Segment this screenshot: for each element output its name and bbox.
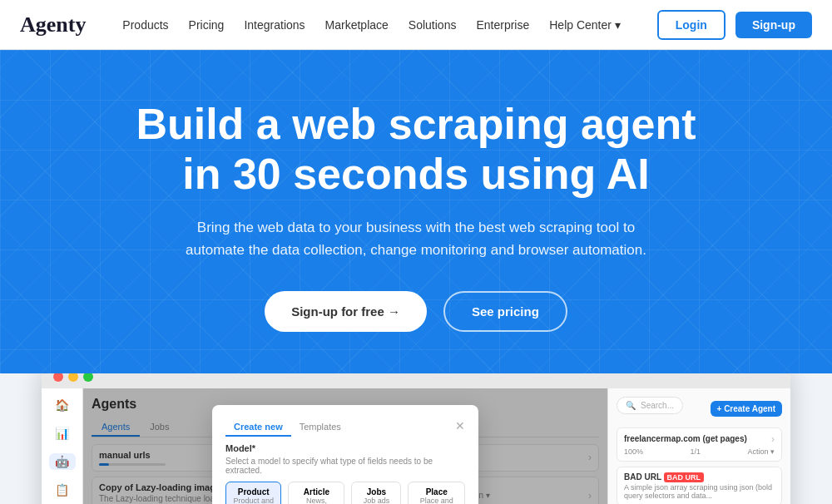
right-search-bar[interactable]: 🔍 Search...	[617, 397, 683, 414]
model-option-article-sub: News, article and blog	[295, 497, 337, 504]
modal-tabs: Create new Templates	[225, 418, 349, 437]
modal-tab-create[interactable]: Create new	[225, 418, 291, 437]
model-option-product-sub: Product and shopping	[233, 497, 274, 504]
right-agent-action[interactable]: Action ▾	[747, 447, 775, 456]
navbar: Agenty Products Pricing Integrations Mar…	[0, 0, 832, 50]
model-option-article-label: Article	[295, 487, 337, 497]
right-agent-title-badurl: BAD URL BAD URL	[624, 472, 704, 482]
hero-subtitle: Bring the web data to your business with…	[175, 216, 657, 261]
sidebar-icon-dashboard[interactable]: 📊	[49, 425, 76, 442]
signup-button[interactable]: Sign-up	[735, 12, 812, 38]
nav-links: Products Pricing Integrations Marketplac…	[122, 18, 620, 32]
right-agent-title-text: BAD URL	[624, 472, 661, 482]
app-preview-section: 🏠 📊 🤖 📋 📈 👤 Agents Agents Jobs	[0, 373, 832, 504]
hero-buttons: Sign-up for free → See pricing	[17, 291, 815, 332]
right-agent-progress: 100%	[624, 447, 643, 456]
sidebar-icon-agents[interactable]: 🤖	[49, 453, 76, 470]
modal-overlay: Create new Templates ✕ Model* Select a m…	[83, 388, 607, 504]
app-content: 🏠 📊 🤖 📋 📈 👤 Agents Agents Jobs	[42, 388, 790, 504]
right-agent-title-freelancer: freelancermap.com (get pages)	[624, 434, 747, 443]
model-options: Product Product and shopping Article New…	[225, 482, 465, 504]
nav-actions: Login Sign-up	[657, 10, 812, 40]
model-option-product-label: Product	[233, 487, 274, 497]
model-option-product[interactable]: Product Product and shopping	[225, 482, 281, 504]
login-button[interactable]: Login	[657, 10, 726, 40]
modal-create-agent: Create new Templates ✕ Model* Select a m…	[212, 405, 478, 504]
search-icon: 🔍	[626, 401, 636, 410]
model-option-jobs-label: Jobs	[359, 487, 394, 497]
nav-enterprise[interactable]: Enterprise	[476, 18, 529, 32]
model-option-place[interactable]: Place Place and Local listing	[408, 482, 465, 504]
logo-text: Agenty	[20, 12, 86, 37]
bad-url-badge: BAD URL	[664, 472, 705, 482]
right-agent-row-freelancer: freelancermap.com (get pages) › 100% 1/1…	[617, 427, 782, 462]
nav-integrations[interactable]: Integrations	[244, 18, 305, 32]
hero-section: Build a web scraping agent in 30 seconds…	[0, 50, 832, 373]
modal-close-button[interactable]: ✕	[455, 419, 465, 432]
modal-model-desc: Select a model to specify what type of f…	[225, 457, 465, 475]
sidebar-icon-home[interactable]: 🏠	[49, 397, 76, 413]
model-option-jobs-sub: Job ads and listing	[359, 497, 394, 504]
create-agent-button[interactable]: + Create Agent	[711, 401, 782, 417]
search-placeholder-text: Search...	[641, 401, 674, 410]
logo[interactable]: Agenty	[20, 12, 86, 37]
sidebar-icon-lists[interactable]: 📋	[49, 482, 76, 498]
model-option-jobs[interactable]: Jobs Job ads and listing	[351, 482, 401, 504]
nav-solutions[interactable]: Solutions	[409, 18, 457, 32]
modal-tab-templates[interactable]: Templates	[291, 418, 349, 437]
hero-cta-primary[interactable]: Sign-up for free →	[265, 291, 427, 332]
right-agent-pages: 1/1	[691, 447, 701, 456]
nav-marketplace[interactable]: Marketplace	[325, 18, 389, 32]
hero-title: Build a web scraping agent in 30 seconds…	[125, 100, 707, 200]
right-agent-sub-badurl: A simple json array scraping using json …	[624, 483, 775, 500]
right-agent-arrow-freelancer: ›	[771, 433, 775, 445]
app-main-panel: Agents Agents Jobs manual urls Action ▾	[83, 388, 607, 504]
nav-products[interactable]: Products	[122, 18, 168, 32]
model-option-place-sub: Place and Local listing	[415, 497, 458, 504]
model-option-article[interactable]: Article News, article and blog	[288, 482, 344, 504]
browser-window: 🏠 📊 🤖 📋 📈 👤 Agents Agents Jobs	[42, 365, 790, 504]
hero-cta-secondary[interactable]: See pricing	[443, 291, 567, 332]
app-sidebar: 🏠 📊 🤖 📋 📈 👤	[42, 388, 83, 504]
nav-help-center[interactable]: Help Center ▾	[549, 18, 621, 32]
right-panel-header: 🔍 Search... + Create Agent	[617, 397, 782, 421]
model-option-place-label: Place	[415, 487, 458, 497]
modal-model-label: Model*	[225, 443, 465, 453]
right-agent-row-badurl: BAD URL BAD URL A simple json array scra…	[617, 467, 782, 504]
app-right-panel: 🔍 Search... + Create Agent freelancermap…	[607, 388, 790, 504]
nav-pricing[interactable]: Pricing	[189, 18, 225, 32]
